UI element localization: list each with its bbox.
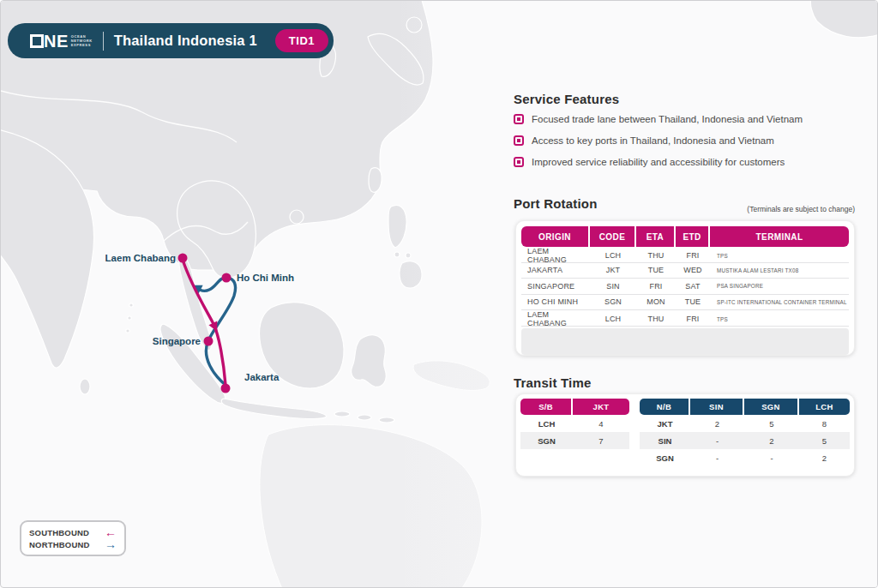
cell-days: 2 (799, 453, 850, 463)
one-logo: NE OCEAN NETWORK EXPRESS (30, 34, 93, 48)
service-features-list: Focused trade lane between Thailand, Ind… (514, 114, 857, 178)
southbound-header-row: S/B JKT (520, 399, 629, 415)
col-header-terminal: TERMINAL (710, 226, 849, 247)
table-row: LCH 4 (520, 415, 629, 432)
table-row: SINGAPORE SIN FRI SAT PSA SINGAPORE (521, 279, 849, 295)
direction-legend: SOUTHBOUND ← NORTHBOUND → (20, 520, 126, 556)
port-dot-laem-chabang (178, 254, 188, 263)
feature-item: Focused trade lane between Thailand, Ind… (514, 114, 857, 124)
bullet-square-icon (514, 135, 524, 146)
port-label-laem-chabang: Laem Chabang (105, 253, 176, 263)
cell-port: LCH (520, 419, 573, 429)
land-sunda-3 (379, 417, 394, 423)
cell-terminal: MUSTIKA ALAM LESTARI TX08 (710, 267, 849, 273)
legend-southbound-row: SOUTHBOUND ← (29, 526, 117, 538)
table-row: SIN - 2 5 (640, 432, 850, 449)
cell-origin: LAEM CHABANG (521, 310, 590, 327)
cell-port: SGN (520, 436, 573, 446)
land-taiwan (369, 168, 382, 192)
service-features-title: Service Features (514, 92, 619, 106)
northbound-label: NORTHBOUND (29, 540, 90, 549)
port-label-singapore: Singapore (153, 336, 201, 346)
transit-time-title: Transit Time (514, 375, 592, 390)
cell-days: 8 (799, 419, 850, 429)
cell-port: SGN (640, 453, 690, 463)
service-name-title: Thailand Indonesia 1 (114, 33, 257, 49)
land-sulawesi (352, 335, 387, 387)
cell-origin: SINGAPORE (521, 282, 590, 291)
col-header-jkt: JKT (573, 399, 629, 415)
cell-code: JKT (590, 266, 636, 274)
cell-code: SIN (590, 282, 636, 291)
table-row: LAEM CHABANG LCH THU FRI TPS (521, 310, 849, 327)
land-java (221, 399, 327, 419)
col-header-sin: SIN (690, 399, 744, 415)
northbound-right-arrow-icon: → (105, 540, 117, 549)
header-divider (103, 32, 104, 51)
cell-days: 4 (573, 419, 629, 429)
terminals-note: (Terminals are subject to change) (515, 205, 855, 213)
cell-etd: FRI (676, 251, 710, 260)
cell-etd: SAT (676, 282, 710, 291)
transit-time-card: S/B JKT LCH 4 SGN 7 N/B SIN SGN LCH (515, 393, 855, 477)
cell-eta: FRI (636, 282, 676, 291)
cell-terminal: TPS (710, 253, 849, 259)
legend-northbound-row: NORTHBOUND → (29, 538, 117, 550)
table-row: HO CHI MINH SGN MON TUE SP-ITC INTERNATI… (521, 295, 849, 311)
cell-terminal: PSA SINGAPORE (710, 283, 849, 289)
feature-item: Improved service reliability and accessi… (514, 157, 857, 167)
cell-terminal: SP-ITC INTERNATIONAL CONTAINER TERMINAL (710, 299, 849, 305)
cell-eta: TUE (636, 266, 676, 274)
table-row: SGN 7 (520, 432, 629, 449)
route-flyer-page: Laem Chabang Ho Chi Minh Singapore Jakar… (0, 0, 878, 588)
northbound-header-row: N/B SIN SGN LCH (640, 399, 850, 415)
land-sri-lanka (80, 379, 90, 394)
cell-days: 7 (573, 436, 629, 446)
land-hainan (290, 210, 304, 224)
port-rotation-table: ORIGIN CODE ETA ETD TERMINAL LAEM CHABAN… (515, 220, 855, 356)
cell-etd: WED (676, 266, 710, 274)
land-sunda-1 (334, 411, 350, 417)
col-header-origin: ORIGIN (521, 226, 590, 247)
one-logo-subtext: OCEAN NETWORK EXPRESS (71, 34, 93, 47)
cell-days: 2 (690, 419, 744, 429)
feature-item: Access to key ports in Thailand, Indones… (514, 135, 857, 146)
bullet-square-icon (514, 114, 524, 124)
port-rotation-footer-strip (521, 328, 849, 355)
col-header-sgn: SGN (744, 399, 799, 415)
feature-text: Focused trade lane between Thailand, Ind… (532, 114, 803, 124)
land-andaman-2 (128, 316, 131, 320)
cell-eta: MON (636, 297, 676, 306)
cell-days: 2 (744, 436, 799, 446)
land-andaman-1 (129, 303, 133, 307)
cell-days: - (690, 436, 744, 446)
table-row: SGN - - 2 (640, 449, 850, 466)
cell-code: LCH (590, 251, 636, 260)
cell-origin: HO CHI MINH (521, 297, 590, 306)
table-row: JKT 2 5 8 (640, 415, 850, 432)
feature-text: Access to key ports in Thailand, Indones… (532, 135, 774, 146)
cell-etd: TUE (676, 297, 710, 306)
feature-text: Improved service reliability and accessi… (532, 157, 785, 167)
col-header-nb: N/B (640, 399, 690, 415)
one-logo-ne: NE (44, 34, 69, 48)
table-row: JAKARTA JKT TUE WED MUSTIKA ALAM LESTARI… (521, 263, 849, 279)
cell-origin: LAEM CHABANG (521, 247, 590, 264)
southbound-left-arrow-icon: ← (105, 528, 117, 537)
cell-eta: THU (636, 315, 676, 323)
cell-origin: JAKARTA (521, 266, 590, 274)
service-code-badge: TID1 (275, 29, 328, 52)
bullet-square-icon (514, 157, 524, 167)
cell-terminal: TPS (710, 316, 849, 322)
col-header-lch: LCH (799, 399, 850, 415)
col-header-code: CODE (590, 226, 636, 247)
cell-days: 5 (799, 436, 850, 446)
cell-eta: THU (636, 251, 676, 260)
one-logo-o-icon (30, 34, 44, 48)
northbound-transit-table: N/B SIN SGN LCH JKT 2 5 8 SIN - 2 5 (640, 399, 850, 466)
port-dot-ho-chi-minh (222, 273, 232, 283)
col-header-sb: S/B (520, 399, 573, 415)
southbound-transit-table: S/B JKT LCH 4 SGN 7 (520, 399, 629, 466)
port-dot-jakarta (221, 384, 231, 393)
cell-days: 5 (744, 419, 799, 429)
